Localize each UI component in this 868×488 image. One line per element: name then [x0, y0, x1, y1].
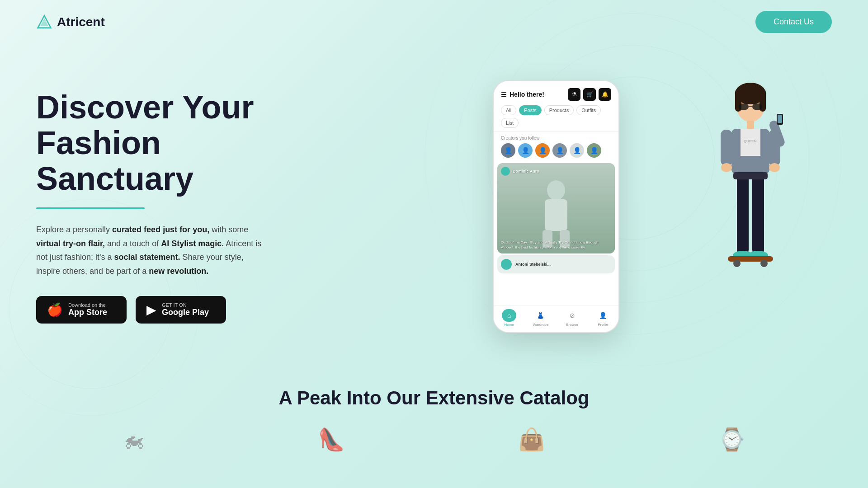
- tab-posts[interactable]: Posts: [519, 105, 542, 115]
- cart-icon[interactable]: 🛒: [583, 88, 596, 101]
- nav-home[interactable]: ⌂ Home: [502, 309, 516, 327]
- tab-list[interactable]: List: [501, 118, 519, 128]
- nav-profile-icon-wrap: 👤: [596, 309, 610, 322]
- phone-header: ☰ Hello there! ⚗ 🛒 🔔 All Posts Products …: [494, 81, 618, 132]
- post-image: [497, 163, 615, 253]
- hero-visual: ☰ Hello there! ⚗ 🛒 🔔 All Posts Products …: [316, 71, 832, 342]
- svg-rect-25: [721, 130, 732, 166]
- creator-avatar-1[interactable]: 👤: [501, 143, 515, 158]
- title-underline: [36, 207, 145, 209]
- post-card-2[interactable]: Antoni Stebelski...: [497, 255, 615, 273]
- nav-browse[interactable]: ⊘ Browse: [565, 309, 580, 327]
- apple-icon: 🍎: [47, 302, 63, 317]
- logo-icon: [36, 14, 52, 30]
- nav-wardrobe-label: Wardrobe: [533, 323, 548, 327]
- fashion-figure: QUEEN: [714, 80, 787, 315]
- post-caption: Outfit of the Day - Buy and Virtually Tr…: [501, 240, 611, 250]
- creator-avatar-2[interactable]: 👤: [518, 143, 533, 158]
- bottom-icon-3: 👜: [518, 427, 545, 452]
- google-play-icon: ▶: [146, 302, 156, 317]
- catalog-title: A Peak Into Our Extensive Catalog: [36, 387, 832, 409]
- phone-bottom-nav: ⌂ Home 👗 Wardrobe ⊘ Browse: [494, 305, 618, 332]
- svg-rect-33: [752, 173, 764, 254]
- svg-rect-19: [752, 103, 762, 110]
- bottom-icon-1: 🏍: [123, 427, 145, 452]
- svg-rect-34: [733, 172, 768, 179]
- phone-action-icons: ⚗ 🛒 🔔: [568, 88, 611, 101]
- fashion-illustration: QUEEN: [714, 80, 787, 315]
- browse-icon: ⊘: [570, 312, 575, 319]
- post2-avatar: [501, 259, 512, 270]
- contact-us-button[interactable]: Contact Us: [755, 11, 832, 33]
- nav-wardrobe[interactable]: 👗 Wardrobe: [533, 309, 548, 327]
- creators-section: Creators you follow 👤 👤 👤 👤 👤 👤: [494, 132, 618, 161]
- tab-outfits[interactable]: Outfits: [576, 105, 601, 115]
- svg-point-39: [760, 260, 768, 267]
- bell-icon[interactable]: 🔔: [599, 88, 611, 101]
- creators-avatars: 👤 👤 👤 👤 👤 👤: [501, 143, 611, 158]
- creator-avatar-6[interactable]: 👤: [587, 143, 601, 158]
- wardrobe-icon: 👗: [537, 312, 544, 319]
- nav-wardrobe-icon-wrap: 👗: [533, 309, 548, 322]
- post-user-info: Dominic Auro: [501, 167, 539, 176]
- app-store-button[interactable]: 🍎 Download on the App Store: [36, 296, 127, 324]
- shoe-icon: 👠: [318, 427, 345, 452]
- bottom-icon-2: 👠: [318, 427, 345, 452]
- app-store-main: App Store: [68, 308, 107, 317]
- bottom-icon-4: ⌚: [718, 427, 745, 452]
- hero-content: Discover Your Fashion Sanctuary Explore …: [36, 89, 316, 324]
- watch-icon: ⌚: [718, 427, 745, 452]
- creator-avatar-3[interactable]: 👤: [535, 143, 550, 158]
- profile-icon: 👤: [599, 312, 607, 319]
- svg-rect-11: [545, 199, 567, 231]
- brand-name: Atricent: [57, 15, 105, 29]
- creators-label: Creators you follow: [501, 136, 611, 141]
- hero-description: Explore a personally curated feed just f…: [36, 223, 262, 278]
- tab-all[interactable]: All: [501, 105, 516, 115]
- nav-browse-label: Browse: [566, 323, 578, 327]
- home-icon: ⌂: [507, 312, 511, 319]
- bag-icon: 👜: [518, 427, 545, 452]
- nav-profile[interactable]: 👤 Profile: [596, 309, 610, 327]
- post2-username: Antoni Stebelski...: [515, 262, 551, 267]
- bottom-icons-row: 🏍 👠 👜 ⌚: [0, 418, 868, 452]
- post-avatar: [501, 167, 510, 176]
- phone-greeting: ☰ Hello there!: [501, 91, 544, 98]
- svg-rect-18: [739, 103, 749, 110]
- post-card-1[interactable]: Dominic Auro Outfit of the Day - Buy and…: [497, 163, 615, 253]
- filter-icon[interactable]: ⚗: [568, 88, 580, 101]
- svg-point-38: [733, 260, 741, 267]
- google-play-sub: GET IT ON: [162, 302, 187, 308]
- svg-point-30: [721, 163, 732, 172]
- post-card-inner: Dominic Auro Outfit of the Day - Buy and…: [497, 163, 615, 253]
- logo: Atricent: [36, 14, 105, 30]
- svg-rect-21: [747, 121, 754, 130]
- nav-home-icon-wrap: ⌂: [502, 309, 516, 322]
- creator-avatar-4[interactable]: 👤: [552, 143, 567, 158]
- app-store-sub: Download on the: [68, 302, 106, 308]
- post-username: Dominic Auro: [513, 169, 539, 174]
- creator-avatar-5[interactable]: 👤: [570, 143, 584, 158]
- hero-title: Discover Your Fashion Sanctuary: [36, 89, 316, 197]
- svg-rect-29: [778, 115, 782, 123]
- google-play-main: Google Play: [162, 308, 209, 317]
- app-buttons: 🍎 Download on the App Store ▶ GET IT ON …: [36, 296, 316, 324]
- svg-point-31: [769, 163, 780, 172]
- catalog-section: A Peak Into Our Extensive Catalog: [0, 360, 868, 418]
- svg-point-10: [547, 180, 565, 200]
- header: Atricent Contact Us: [0, 0, 868, 44]
- phone-top-row: ☰ Hello there! ⚗ 🛒 🔔: [501, 88, 611, 101]
- hero-section: Discover Your Fashion Sanctuary Explore …: [0, 44, 868, 360]
- phone-mockup: ☰ Hello there! ⚗ 🛒 🔔 All Posts Products …: [493, 80, 619, 333]
- nav-browse-icon-wrap: ⊘: [565, 309, 580, 322]
- phone-tabs: All Posts Products Outfits List: [501, 105, 611, 128]
- svg-text:QUEEN: QUEEN: [744, 139, 757, 143]
- google-play-button[interactable]: ▶ GET IT ON Google Play: [136, 296, 226, 324]
- nav-profile-label: Profile: [598, 323, 608, 327]
- nav-home-label: Home: [504, 323, 514, 327]
- motorcycle-icon: 🏍: [123, 427, 145, 452]
- svg-rect-32: [737, 173, 749, 254]
- tab-products[interactable]: Products: [544, 105, 574, 115]
